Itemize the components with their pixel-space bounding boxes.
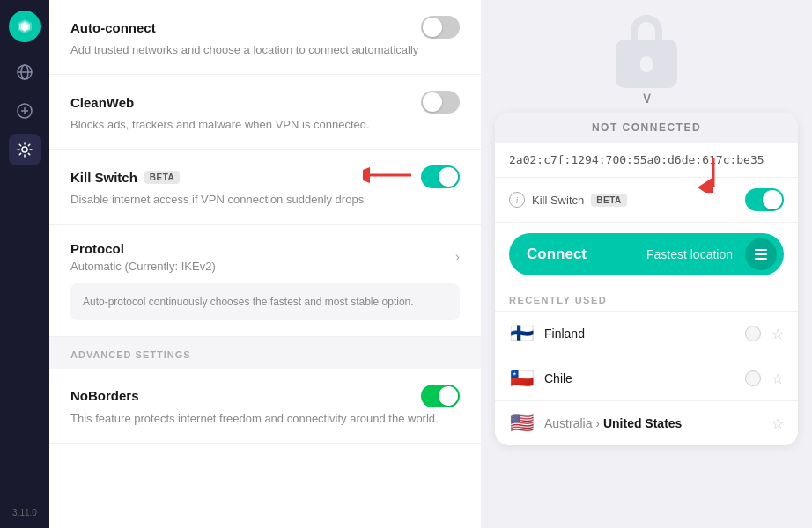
- finland-flag-icon: 🇫🇮: [509, 322, 534, 345]
- location-item-chile[interactable]: 🇨🇱 Chile ☆: [495, 356, 798, 400]
- protocol-title: Protocol: [70, 241, 216, 256]
- kill-switch-item: Kill Switch BETA D: [49, 150, 481, 224]
- vpn-kill-switch-row: i Kill Switch BETA: [495, 178, 798, 223]
- kill-switch-beta-badge: BETA: [144, 171, 180, 184]
- kill-switch-title: Kill Switch BETA: [70, 170, 180, 185]
- vpn-kill-switch-label: Kill Switch: [532, 194, 584, 207]
- recently-used-header: RECENTLY USED: [495, 286, 798, 311]
- svg-point-7: [22, 147, 27, 152]
- cleanweb-item: CleanWeb Blocks ads, trackers and malwar…: [49, 75, 481, 150]
- kill-switch-info-icon[interactable]: i: [509, 192, 525, 208]
- red-arrow-down: [687, 158, 740, 196]
- australia-us-location-name: Australia › United States: [544, 416, 761, 430]
- location-item-australia-us[interactable]: 🇺🇸 Australia › United States ☆: [495, 400, 798, 445]
- finland-radio[interactable]: [745, 326, 761, 341]
- cleanweb-toggle[interactable]: [421, 91, 460, 114]
- chile-location-name: Chile: [544, 371, 734, 385]
- sidebar: 3.11.0: [0, 0, 49, 528]
- protocol-note: Auto-protocol continuously chooses the f…: [70, 283, 460, 320]
- sidebar-item-settings[interactable]: [9, 134, 41, 165]
- auto-connect-toggle[interactable]: [421, 16, 460, 39]
- red-arrow-left: [363, 162, 416, 192]
- chile-flag-icon: 🇨🇱: [509, 367, 534, 390]
- ip-address: 2a02:c7f:1294:700:55a0:d6de:617c:be35: [495, 143, 798, 178]
- lock-shackle: [631, 15, 662, 41]
- lock-keyhole: [640, 56, 653, 72]
- protocol-header[interactable]: Protocol Automatic (Currently: IKEv2) ›: [70, 241, 460, 273]
- connection-status: NOT CONNECTED: [495, 113, 798, 143]
- vpn-kill-switch-beta: BETA: [591, 194, 626, 207]
- finland-star-icon[interactable]: ☆: [771, 326, 784, 342]
- connect-button-row[interactable]: Connect Fastest location: [509, 233, 784, 275]
- settings-panel: Auto-connect Add trusted networks and ch…: [49, 0, 481, 528]
- sidebar-item-globe[interactable]: [9, 56, 41, 88]
- location-item-finland[interactable]: 🇫🇮 Finland ☆: [495, 311, 798, 356]
- connect-menu-button[interactable]: [745, 238, 777, 270]
- noborders-title: NoBorders: [70, 388, 139, 403]
- vpn-panel: ∨ NOT CONNECTED 2a02:c7f:1294:700:55a0:d…: [481, 0, 812, 528]
- auto-connect-item: Auto-connect Add trusted networks and ch…: [49, 0, 481, 75]
- chile-star-icon[interactable]: ☆: [771, 370, 784, 387]
- connection-card: NOT CONNECTED 2a02:c7f:1294:700:55a0:d6d…: [495, 113, 798, 445]
- australia-us-star-icon[interactable]: ☆: [771, 415, 784, 432]
- protocol-item: Protocol Automatic (Currently: IKEv2) › …: [49, 225, 481, 337]
- auto-connect-desc: Add trusted networks and choose a locati…: [70, 42, 460, 58]
- kill-switch-desc: Disable internet access if VPN connectio…: [70, 192, 460, 208]
- noborders-toggle[interactable]: [421, 385, 460, 407]
- vpn-lock-graphic: [594, 18, 699, 88]
- finland-location-name: Finland: [544, 326, 734, 341]
- sidebar-item-add[interactable]: [9, 95, 41, 127]
- kill-switch-toggle-settings[interactable]: [421, 165, 460, 188]
- lock-body: [616, 40, 677, 88]
- connect-location-label[interactable]: Fastest location: [634, 235, 745, 274]
- cleanweb-title: CleanWeb: [70, 95, 134, 110]
- noborders-desc: This feature protects internet freedom a…: [70, 411, 460, 427]
- vpn-kill-switch-toggle[interactable]: [745, 188, 784, 211]
- version-label: 3.11.0: [12, 508, 37, 517]
- australia-us-flag-icon: 🇺🇸: [509, 412, 534, 435]
- chevron-down-icon[interactable]: ∨: [641, 88, 653, 107]
- chile-radio[interactable]: [745, 370, 761, 386]
- noborders-item: NoBorders This feature protects internet…: [49, 369, 481, 444]
- protocol-subtitle: Automatic (Currently: IKEv2): [70, 260, 216, 273]
- advanced-settings-header: ADVANCED SETTINGS: [49, 337, 481, 369]
- menu-lines-icon: [755, 249, 767, 260]
- app-logo: [9, 11, 41, 42]
- cleanweb-desc: Blocks ads, trackers and malware when VP…: [70, 117, 460, 133]
- auto-connect-title: Auto-connect: [70, 20, 156, 35]
- protocol-chevron-icon: ›: [455, 249, 460, 265]
- connect-button[interactable]: Connect: [509, 233, 634, 275]
